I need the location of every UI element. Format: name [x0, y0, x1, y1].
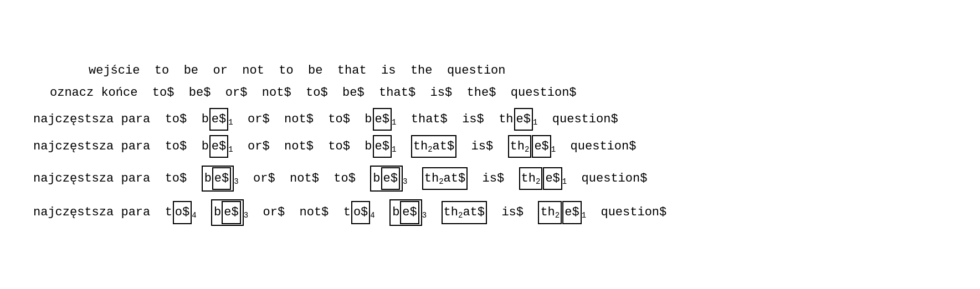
token-be3-outer-d: be$3 — [389, 199, 427, 225]
box-that2-c: th2at$ — [442, 201, 487, 224]
token-to4-b: to$4 — [343, 201, 375, 224]
spacer14 — [375, 203, 389, 222]
box-o-dollar-b: o$ — [351, 201, 370, 224]
label-2: najczęstsza para to$ — [33, 110, 202, 129]
token-the1: the$1 — [499, 108, 537, 131]
label-4: najczęstsza para to$ — [33, 169, 202, 188]
box-e3-a: e$ — [212, 167, 231, 190]
box-e-dollar: e$ — [209, 108, 228, 131]
line-4: najczęstsza para to$ be$3 or$ not$ to$ b… — [17, 166, 963, 192]
box-be3-b: be$ — [370, 166, 403, 192]
box-e-dollar-3: e$ — [514, 108, 533, 131]
box-e-dollar-2: e$ — [373, 108, 392, 131]
box-e3-b: e$ — [381, 167, 400, 190]
box-e-dollar-7: e$ — [543, 167, 562, 190]
spacer5 — [396, 137, 411, 156]
spacer4: or$ not$ to$ — [233, 137, 365, 156]
spacer1: or$ not$ to$ — [233, 110, 365, 129]
box-be3-d: be$ — [389, 199, 422, 225]
spacer10: is$ — [468, 169, 519, 188]
line-5: najczęstsza para to$4 be$3 or$ not$ to$4… — [17, 199, 963, 225]
box-th2-c: th2 — [538, 201, 562, 224]
spacer7: question$ — [556, 137, 636, 156]
token-be3-outer-a: be$3 — [202, 166, 239, 192]
box-th2-b: th2 — [519, 167, 543, 190]
token-be3-outer-b: be$3 — [370, 166, 407, 192]
line-0-text: wejście to be or not to be that is the q… — [89, 61, 506, 80]
spacer13: or$ not$ — [248, 203, 343, 222]
token-be1-first: be$1 — [202, 108, 233, 131]
box-e3-c: e$ — [222, 201, 240, 224]
box-be3-c: be$ — [211, 199, 244, 225]
token-be1-second: be$1 — [365, 108, 396, 131]
box-e-dollar-4: e$ — [209, 135, 228, 158]
token-to4-a: to$4 — [165, 201, 197, 224]
box-th2: th2 — [508, 135, 532, 158]
token-be1-a: be$1 — [202, 135, 233, 158]
box-e-dollar-5: e$ — [373, 135, 392, 158]
spacer9 — [407, 169, 422, 188]
spacer12 — [197, 203, 211, 222]
line-1: oznacz końce to$ be$ or$ not$ to$ be$ th… — [17, 83, 963, 102]
box-that2-b: th2at$ — [422, 167, 468, 190]
box-o-dollar-a: o$ — [173, 201, 192, 224]
box-e-dollar-6: e$ — [532, 135, 551, 158]
spacer17: question$ — [586, 203, 666, 222]
spacer6: is$ — [456, 137, 507, 156]
line-3: najczęstsza para to$ be$1 or$ not$ to$ b… — [17, 135, 963, 158]
label-3: najczęstsza para to$ — [33, 137, 202, 156]
line-2: najczęstsza para to$ be$1 or$ not$ to$ b… — [17, 108, 963, 131]
token-be1-b: be$1 — [365, 135, 396, 158]
token-be3-outer-c: be$3 — [211, 199, 248, 225]
spacer8: or$ not$ to$ — [239, 169, 371, 188]
spacer11: question$ — [567, 169, 647, 188]
label-5: najczęstsza para — [33, 203, 165, 222]
spacer2: that$ is$ — [396, 110, 499, 129]
spacer15 — [427, 203, 441, 222]
line-0: wejście to be or not to be that is the q… — [17, 61, 963, 80]
box-e3-d: e$ — [400, 201, 419, 224]
spacer3: question$ — [537, 110, 618, 129]
box-that2: th2at$ — [411, 135, 456, 158]
box-be3-a: be$ — [202, 166, 234, 192]
line-1-text: oznacz końce to$ be$ or$ not$ to$ be$ th… — [50, 83, 577, 102]
spacer16: is$ — [487, 203, 538, 222]
box-e-dollar-8: e$ — [562, 201, 581, 224]
